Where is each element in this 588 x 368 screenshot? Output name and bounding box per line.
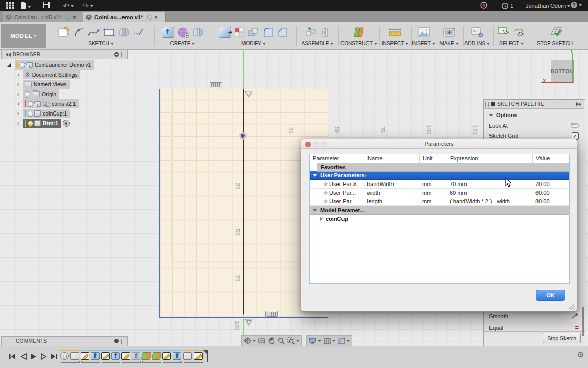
model-component-row[interactable]: coinCup bbox=[310, 215, 569, 223]
display-settings-button[interactable] bbox=[309, 338, 321, 344]
column-header[interactable]: Unit bbox=[419, 154, 447, 163]
make-3dprint-icon[interactable] bbox=[443, 27, 455, 38]
timeline-feature-sketch[interactable] bbox=[81, 352, 89, 360]
appearance-icon[interactable] bbox=[234, 27, 244, 37]
zoom-window-button[interactable] bbox=[321, 142, 326, 147]
combine-icon[interactable] bbox=[248, 27, 260, 38]
timeline-feature-sketch[interactable] bbox=[162, 352, 171, 360]
group-label-construct[interactable]: CONSTRUCT bbox=[340, 41, 377, 48]
addins-scripts-icon[interactable]: >-⚙ bbox=[471, 27, 483, 38]
dimension-ruler-icon-bottom[interactable] bbox=[265, 311, 278, 317]
timeline-feature-construction-plane[interactable] bbox=[152, 352, 162, 360]
dialog-titlebar[interactable]: Parameters bbox=[301, 139, 577, 149]
rectangle-tool-icon[interactable] bbox=[103, 27, 115, 38]
sketch-palette-header[interactable]: SKETCH PALETTE bbox=[484, 100, 584, 109]
lasso-select-icon[interactable] bbox=[513, 27, 525, 38]
ok-button[interactable]: OK bbox=[536, 290, 565, 301]
browser-item-document-settings[interactable]: › ⚙Document Settings bbox=[15, 70, 80, 79]
timeline-feature-extrude[interactable] bbox=[132, 352, 140, 360]
collapse-panel-icon[interactable] bbox=[6, 53, 11, 57]
expand-chevron-icon[interactable]: › bbox=[15, 71, 21, 78]
orbit-button[interactable] bbox=[244, 337, 256, 344]
timeline-feature-derive-component[interactable] bbox=[60, 352, 69, 360]
timeline-step-back-button[interactable] bbox=[19, 352, 28, 360]
parameter-unit-cell[interactable]: mm bbox=[419, 180, 447, 188]
fillet-icon[interactable] bbox=[263, 27, 274, 38]
group-label-create[interactable]: CREATE bbox=[170, 41, 195, 48]
favorites-section-row[interactable]: Favorites bbox=[310, 163, 569, 171]
parameter-unit-cell[interactable]: mm bbox=[419, 189, 447, 197]
app-menu-icon[interactable] bbox=[6, 2, 14, 9]
timeline-go-to-end-button[interactable] bbox=[50, 352, 58, 360]
mirror-tool-icon[interactable] bbox=[118, 27, 130, 38]
smooth-constraint-icon[interactable] bbox=[572, 313, 579, 320]
column-header[interactable]: Value bbox=[532, 154, 568, 163]
user-menu[interactable]: Jonathan Odom bbox=[526, 2, 570, 10]
timeline-feature-body[interactable] bbox=[183, 352, 192, 360]
expand-chevron-icon[interactable]: › bbox=[15, 110, 21, 117]
favorite-star-icon[interactable]: ★ bbox=[322, 189, 329, 196]
group-label-make[interactable]: MAKE bbox=[439, 41, 458, 48]
comments-panel-header[interactable]: COMMENTS bbox=[1, 336, 128, 346]
create-sketch-icon[interactable] bbox=[58, 27, 70, 38]
visibility-bulb-icon[interactable] bbox=[24, 91, 30, 97]
favorite-star-icon[interactable]: ★ bbox=[322, 180, 329, 188]
parameter-row-width[interactable]: ★User Par... width mm 60 mm 60.00 bbox=[310, 189, 569, 197]
browser-item-btm-selected[interactable]: › Btm:1 bbox=[15, 119, 70, 128]
timeline-feature-sketch[interactable] bbox=[101, 352, 110, 360]
browser-item-root[interactable]: CoinLauncher Demo v1 bbox=[7, 60, 94, 70]
visibility-bulb-icon[interactable] bbox=[19, 62, 25, 68]
column-header[interactable]: Name bbox=[364, 154, 419, 163]
timeline-play-button[interactable] bbox=[30, 352, 38, 360]
browser-item-coincup[interactable]: › coinCup:1 bbox=[15, 109, 70, 118]
collapse-group-icon[interactable] bbox=[313, 209, 317, 212]
delete-parameter-icon[interactable]: ✕ bbox=[353, 181, 357, 187]
chamfer-icon[interactable] bbox=[277, 27, 288, 38]
file-menu-button[interactable] bbox=[20, 2, 31, 11]
save-button[interactable] bbox=[43, 2, 50, 10]
equal-constraint-icon[interactable]: = bbox=[575, 324, 579, 331]
look-at-button[interactable] bbox=[258, 338, 265, 344]
parameter-name-cell[interactable]: bandWidth bbox=[364, 180, 419, 188]
expanded-arrow-icon[interactable] bbox=[7, 63, 11, 67]
measure-icon[interactable] bbox=[388, 27, 402, 37]
origin-point[interactable] bbox=[239, 132, 247, 140]
timeline-settings-gear-icon[interactable]: ⚙ bbox=[577, 350, 584, 359]
arc-tool-icon[interactable] bbox=[74, 27, 85, 38]
group-label-select[interactable]: SELECT bbox=[499, 41, 524, 48]
timeline-feature-construction-plane[interactable] bbox=[141, 352, 152, 360]
timeline-feature-sketch[interactable] bbox=[121, 352, 130, 360]
close-tab-icon[interactable]: × bbox=[72, 14, 76, 21]
parameter-expression-cell[interactable]: ( bandWidth * 2 ) - width bbox=[447, 197, 532, 205]
help-menu[interactable]: ? bbox=[571, 2, 582, 8]
dimension-marker-bottom[interactable] bbox=[244, 319, 253, 326]
expand-chevron-icon[interactable]: › bbox=[15, 90, 21, 98]
palette-section-options[interactable]: Options bbox=[489, 112, 579, 118]
visibility-bulb-icon[interactable] bbox=[28, 121, 33, 126]
pan-button[interactable] bbox=[268, 337, 275, 344]
group-label-addins[interactable]: ADD-INS bbox=[464, 41, 490, 48]
parameter-name-cell[interactable]: length bbox=[364, 197, 419, 205]
parameter-row-length[interactable]: ★User Par... length mm ( bandWidth * 2 )… bbox=[310, 197, 569, 206]
version-history-button[interactable]: 1 bbox=[502, 2, 513, 10]
fit-button[interactable] bbox=[287, 337, 299, 344]
timeline-step-forward-button[interactable] bbox=[40, 352, 48, 360]
tab-coinlauncher-demo[interactable]: CoinLau...emo v1* × bbox=[83, 12, 166, 22]
column-header[interactable]: Expression bbox=[447, 154, 532, 163]
dialog-resize-grip[interactable] bbox=[569, 304, 575, 310]
construction-plane-icon[interactable] bbox=[353, 26, 365, 38]
workspace-selector[interactable]: MODEL bbox=[1, 24, 46, 48]
group-label-insert[interactable]: INSERT bbox=[412, 41, 435, 48]
parameter-row-bandwidth[interactable]: ★User Par...✕ bandWidth mm 70 mm 70.00 bbox=[310, 180, 569, 189]
timeline-feature-extrude[interactable] bbox=[91, 352, 100, 360]
browser-panel-header[interactable]: BROWSER bbox=[1, 50, 128, 59]
timeline-feature-extrude[interactable] bbox=[173, 352, 181, 360]
browser-item-coins[interactable]: › coins v2:1 bbox=[15, 99, 79, 108]
expand-chevron-icon[interactable]: › bbox=[15, 120, 21, 127]
visibility-bulb-icon[interactable] bbox=[28, 111, 33, 117]
new-component-icon[interactable] bbox=[305, 27, 317, 38]
expand-chevron-icon[interactable]: › bbox=[15, 100, 21, 107]
form-icon[interactable] bbox=[177, 27, 189, 38]
press-pull-icon[interactable] bbox=[219, 27, 231, 38]
activate-component-radio[interactable] bbox=[63, 120, 70, 127]
